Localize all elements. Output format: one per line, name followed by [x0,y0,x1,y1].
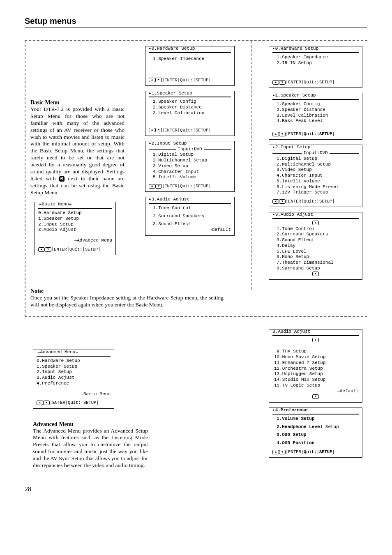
menu-item: 4.Character Input [153,169,231,175]
menu-item: 3.OSD Setup [277,432,359,438]
menu-item: 1.Tone Control [277,226,359,232]
menu-item: 2.Input Setup [38,222,112,228]
menu-item: 3.Level Calibration [277,113,359,119]
adv-audio1-box: ▸3.Audio Adjust ▲ 1.Tone Control 2.Surro… [269,212,362,280]
menu-item: 6.Listening Mode Preset [277,184,359,190]
basic-hw-box: ▸0.Hardware Setup 1.Speaker Impedance ▲▼… [145,46,235,86]
down-icon: ▼ [45,247,51,252]
down-icon: ▼ [279,199,286,204]
basic-input-box: ▸2.Input Setup Input:DVD 1.Digital Setup… [145,141,235,192]
down-icon: ▼ [312,272,319,276]
menu-item: 4.Character Input [277,173,359,179]
basic-audio-box: ▸3.Audio Adjust 1.Tone Control 2.Surroun… [145,197,235,236]
menu-footer: ▲▼|ENTER|Quit:|SETUP| [38,247,112,252]
up-icon: ▲ [312,338,319,342]
up-icon: ▲ [149,78,155,82]
menu-link: →Advanced Menu [38,238,112,244]
menu-item: 2.IR IN Setup [277,60,359,66]
menu-item: 5.LFE Level [277,249,359,255]
menu-item: 4.Preference [37,381,111,387]
menu-item: 1.Digital Setup [277,156,359,162]
menu-link: →Basic Menu [37,391,111,397]
menu-footer: ▲▼|ENTER|Quit:|SETUP| [272,80,359,85]
menu-item: 4.Bass Peak Level [277,118,359,124]
menu-item: 6.Mono Setup [277,254,359,260]
menu-item: 5.Intelli Volume [153,175,231,180]
down-icon: ▼ [155,78,162,82]
down-icon: ▼ [279,80,286,85]
adv-menu-box: =Advanced Menu= 0.Hardware Setup 1.Speak… [33,350,114,408]
up-icon: ▲ [38,247,45,252]
menu-item: 3.Level Calibration [153,111,231,116]
menu-item: 1.Speaker Config [153,99,231,105]
menu-footer: ▲▼|ENTER|Quit:|SETUP| [149,128,231,133]
up-icon: ▲ [37,401,43,405]
adv-pref-box: ▸4.Preference 1.Volume Setup 2.Headphone… [269,408,362,458]
page-number: 28 [25,486,367,493]
menu-item: 15.TV Logic Setup [274,383,320,388]
up-icon: ▲ [272,80,279,85]
menu-link: →default [149,227,231,233]
down-icon: ▼ [43,401,50,405]
menu-item: 2.Surround Speakers [277,232,359,237]
menu-item: 1.Speaker Impedance [277,55,359,60]
down-icon: ▼ [155,184,162,189]
menu-item: 4.OSD Position [277,440,359,446]
menu-item: 1.Tone Control [153,205,231,211]
menu-item: 1.Speaker Setup [37,364,111,370]
menu-item: 2.Speaker Distance [277,107,359,113]
menu-footer: ▲▼|ENTER|Quit:|SETUP| [37,400,111,405]
b-badge-icon: B [59,176,65,182]
menu-item: 2.Multichannel Setup [277,162,359,168]
menu-footer: ▲▼|ENTER|Quit:|SETUP| [272,449,359,455]
menu-item: 3.Sound Effect [277,237,359,243]
up-icon: ▲ [149,184,155,189]
menu-item: 3.Video Setup [277,167,359,173]
up-icon: ▲ [272,132,279,136]
down-icon: ▼ [279,450,286,454]
menu-item: 0.Hardware Setup [38,210,112,216]
menu-item: 5.Intelli Volume [277,179,359,184]
menu-item: 4.Delay [277,243,359,249]
menu-item: 3.Audio Adjust [38,227,112,233]
menu-link: →default [272,389,359,394]
menu-footer: ▲▼|ENTER|Quit:|SETUP| [149,184,231,189]
basic-menu-box: =Basic Menu= 0.Hardware Setup 1.Speaker … [35,202,116,255]
menu-item: 2.Speaker Distance [153,105,231,111]
menu-item: 12.Orchestra Setup [274,366,323,371]
note-label: Note: [30,288,224,295]
menu-item: 11.Enhanced 7 Setup [274,360,325,365]
down-icon: ▼ [155,128,162,132]
up-icon: ▲ [312,221,319,225]
menu-item: 1.Digital Setup [153,152,231,158]
menu-item: 2.Headphone Level Setup [277,424,359,430]
up-icon: ▲ [272,450,279,454]
menu-footer: ▲▼|ENTER|Quit:|SETUP| [149,78,231,83]
menu-item: 14.Studio Mix Setup [274,377,325,382]
adv-input-box: ▸2.Input Setup Input:DVD 1.Digital Setup… [269,145,362,207]
menu-item: 9.THX Setup [274,349,307,354]
menu-item: 3.Video Setup [153,164,231,169]
up-icon: ▲ [272,199,279,204]
down-icon: ▼ [312,394,319,399]
adv-heading: Advanced Menu [33,421,148,428]
menu-footer: ▲▼|ENTER|Quit:|SETUP| [272,199,359,204]
adv-para: The Advanced Menu provides an Advanced S… [33,428,148,469]
menu-item: 1.Speaker Setup [38,216,112,222]
note-text: Once you set the Speaker Impedance setti… [30,295,224,309]
menu-item: 2.Surround Speakers [153,214,231,219]
page-title: Setup menus [25,16,367,28]
menu-item: 7.Theater Dimensional [277,260,359,266]
menu-item: 13.Unplugged Setup [274,371,323,376]
basic-para: Your DTR-7.2 is provided with a Basic Se… [30,106,125,196]
menu-item: 1.Speaker Impedance [149,55,231,74]
adv-audio2-box: 3.Audio Adjust ▲ 9.THX Setup 10.Mono Mov… [269,329,362,403]
menu-item: 2.Input Setup [37,369,111,375]
adv-hw-box: ▸0.Hardware Setup 1.Speaker Impedance 2.… [269,46,362,88]
menu-footer: ▲▼|ENTER|Quit:|SETUP| [272,131,359,137]
menu-item: 10.Mono Movie Setup [274,355,325,359]
down-icon: ▼ [279,132,286,136]
menu-item: 3.Audio Adjust [37,375,111,381]
menu-item: 2.Multichannel Setup [153,158,231,164]
basic-spk-box: ▸1.Speaker Setup 1.Speaker Config 2.Spea… [145,91,235,136]
